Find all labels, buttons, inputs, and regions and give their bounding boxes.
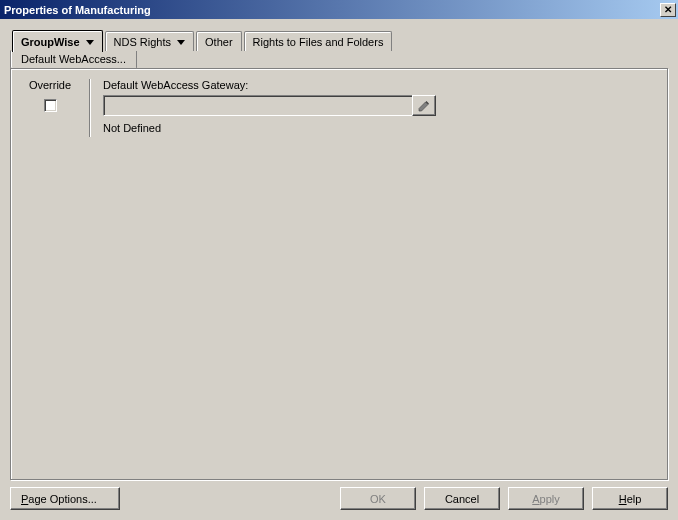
titlebar: Properties of Manufacturing ✕ — [0, 0, 678, 19]
cancel-button[interactable]: Cancel — [424, 487, 500, 510]
sub-tab-bar: Default WebAccess... — [10, 50, 668, 69]
gateway-column: Default WebAccess Gateway: Not Defined — [103, 79, 655, 137]
button-label: Page Options... — [21, 493, 97, 505]
gateway-status: Not Defined — [103, 122, 655, 134]
content-row: Override Default WebAccess Gateway: Not … — [23, 79, 655, 137]
tab-label: NDS Rights — [114, 36, 171, 48]
gateway-field-row — [103, 95, 655, 116]
button-label: OK — [370, 493, 386, 505]
tab-nds-rights[interactable]: NDS Rights — [105, 31, 194, 51]
subtab-default-webaccess[interactable]: Default WebAccess... — [10, 50, 137, 69]
subtab-label: Default WebAccess... — [21, 53, 126, 65]
apply-button[interactable]: Apply — [508, 487, 584, 510]
override-label: Override — [23, 79, 77, 91]
button-bar: Page Options... OK Cancel Apply Help — [10, 487, 668, 512]
close-button[interactable]: ✕ — [660, 3, 676, 17]
button-label: Cancel — [445, 493, 479, 505]
page-options-button[interactable]: Page Options... — [10, 487, 120, 510]
tab-label: Rights to Files and Folders — [253, 36, 384, 48]
tab-other[interactable]: Other — [196, 31, 242, 51]
override-checkbox[interactable] — [44, 99, 57, 112]
gateway-label: Default WebAccess Gateway: — [103, 79, 655, 91]
tab-rights-files-folders[interactable]: Rights to Files and Folders — [244, 31, 393, 51]
chevron-down-icon — [177, 40, 185, 45]
close-icon: ✕ — [664, 5, 672, 15]
tab-label: Other — [205, 36, 233, 48]
pencil-icon — [418, 100, 430, 112]
vertical-separator — [89, 79, 91, 137]
button-label: Apply — [532, 493, 560, 505]
button-label: Help — [619, 493, 642, 505]
tab-label: GroupWise — [21, 36, 80, 48]
properties-panel: Override Default WebAccess Gateway: Not … — [10, 68, 668, 480]
gateway-edit-button[interactable] — [412, 95, 436, 116]
ok-button[interactable]: OK — [340, 487, 416, 510]
help-button[interactable]: Help — [592, 487, 668, 510]
tab-groupwise[interactable]: GroupWise — [12, 30, 103, 52]
client-area: GroupWise NDS Rights Other Rights to Fil… — [0, 19, 678, 520]
gateway-input[interactable] — [103, 95, 413, 116]
tab-bar: GroupWise NDS Rights Other Rights to Fil… — [12, 29, 668, 51]
override-column: Override — [23, 79, 77, 137]
window-title: Properties of Manufacturing — [4, 4, 151, 16]
chevron-down-icon — [86, 40, 94, 45]
